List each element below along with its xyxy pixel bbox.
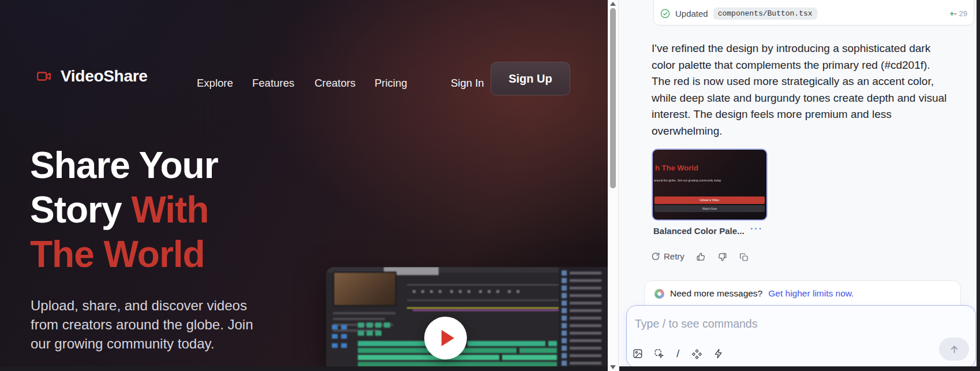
copy-button[interactable] (739, 253, 749, 262)
chat-panel: Updated components/Button.tsx + - 29 I'v… (619, 0, 977, 371)
blocks-icon[interactable] (691, 348, 702, 359)
usage-pie-icon (654, 289, 664, 299)
window-edge-bottom-right (619, 366, 980, 371)
limits-question: Need more messages? (670, 288, 762, 299)
attach-image-icon[interactable] (633, 348, 643, 359)
send-button[interactable] (939, 337, 969, 361)
diff-add-count: + (950, 9, 955, 18)
composer-input[interactable] (635, 314, 883, 333)
app-window: VideoShare Explore Features Creators Pri… (0, 0, 980, 371)
composer: / (626, 305, 976, 368)
diff-del-count: - (954, 9, 956, 18)
tool-file-chip: components/Button.tsx (713, 8, 817, 20)
window-edge-bottom-left (0, 366, 608, 371)
nav-link-features[interactable]: Features (252, 77, 294, 90)
mini-hero-body: around the globe. Join our growing commu… (654, 179, 768, 182)
tool-update-card[interactable]: Updated components/Button.tsx + - 29 (653, 0, 974, 25)
mini-primary-button: Upload a Video (654, 196, 765, 204)
window-edge-right (977, 0, 980, 371)
brand-logo[interactable]: VideoShare (33, 67, 148, 86)
diff-stats: + - 29 (950, 9, 967, 18)
artifact-caption[interactable]: Balanced Color Pale... (653, 226, 745, 236)
hero-title-line3: The World (30, 232, 218, 277)
video-camera-icon (33, 69, 55, 84)
lightning-icon[interactable] (713, 348, 724, 359)
mini-hero-heading: h The World (655, 164, 698, 172)
hero-title-line2: Story With (30, 188, 218, 232)
sign-up-button[interactable]: Sign Up (491, 62, 570, 95)
get-higher-limits-link[interactable]: Get higher limits now. (768, 288, 854, 299)
retry-button[interactable]: Retry (651, 251, 684, 261)
nav-link-explore[interactable]: Explore (197, 77, 233, 90)
refresh-icon (651, 252, 660, 261)
play-icon (442, 330, 454, 346)
slash-command-icon[interactable]: / (675, 347, 680, 360)
thumbs-down-button[interactable] (717, 252, 727, 262)
check-circle-icon (660, 9, 670, 18)
scroll-up-arrow-icon[interactable] (610, 2, 616, 6)
hero-video-preview (326, 267, 608, 366)
hero-title: Share Your Story With The World (30, 143, 218, 277)
select-element-icon[interactable] (654, 348, 664, 359)
brand-name: VideoShare (61, 67, 148, 86)
nav-link-creators[interactable]: Creators (315, 77, 356, 90)
arrow-up-icon (949, 344, 960, 355)
sign-in-link[interactable]: Sign In (451, 77, 484, 90)
hero-title-line1: Share Your (30, 143, 218, 188)
artifact-menu-button[interactable]: ··· (750, 224, 763, 234)
play-button[interactable] (424, 317, 467, 359)
composer-toolbar: / (633, 347, 724, 360)
thumbs-up-button[interactable] (696, 252, 706, 262)
video-editor-screenshot (326, 267, 608, 366)
site-preview-panel: VideoShare Explore Features Creators Pri… (0, 0, 608, 371)
scrollbar-thumb[interactable] (610, 8, 616, 188)
nav-link-pricing[interactable]: Pricing (375, 77, 407, 90)
assistant-message: I've refined the design by introducing a… (652, 40, 980, 139)
mini-secondary-button: Watch Now (654, 205, 765, 212)
retry-label: Retry (664, 251, 684, 261)
scroll-down-arrow-icon[interactable] (610, 365, 616, 369)
artifact-thumbnail[interactable]: h The World around the globe. Join our g… (652, 149, 768, 221)
diff-line-count: 29 (959, 9, 967, 18)
hero-subtitle: Upload, share, and discover videos from … (31, 296, 253, 353)
tool-status-label: Updated (675, 9, 708, 18)
vertical-scrollbar[interactable] (608, 0, 619, 371)
